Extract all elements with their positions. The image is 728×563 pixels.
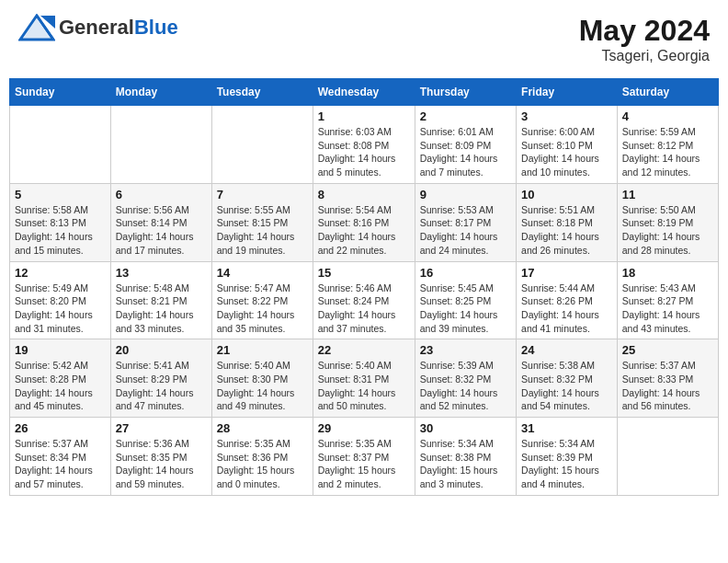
daylight-text: Daylight: 14 hours and 41 minutes.: [521, 309, 599, 334]
sunset-text: Sunset: 8:15 PM: [217, 217, 289, 228]
day-number: 20: [116, 343, 207, 357]
day-number: 9: [420, 188, 511, 201]
day-info: Sunrise: 5:55 AMSunset: 8:15 PMDaylight:…: [217, 203, 308, 258]
day-info: Sunrise: 5:54 AMSunset: 8:16 PMDaylight:…: [318, 203, 410, 258]
calendar-header-row: SundayMondayTuesdayWednesdayThursdayFrid…: [10, 79, 719, 106]
sunset-text: Sunset: 8:24 PM: [318, 295, 390, 306]
daylight-text: Daylight: 14 hours and 10 minutes.: [521, 153, 599, 178]
day-number: 12: [15, 266, 106, 280]
daylight-text: Daylight: 14 hours and 31 minutes.: [15, 309, 93, 334]
day-number: 29: [318, 421, 410, 435]
sunset-text: Sunset: 8:35 PM: [116, 452, 188, 463]
day-number: 23: [420, 343, 511, 357]
day-number: 4: [622, 109, 713, 123]
daylight-text: Daylight: 14 hours and 39 minutes.: [420, 309, 498, 334]
calendar-cell: 1Sunrise: 6:03 AMSunset: 8:08 PMDaylight…: [313, 106, 415, 184]
day-number: 15: [318, 266, 410, 280]
day-info: Sunrise: 5:37 AMSunset: 8:34 PMDaylight:…: [15, 437, 106, 491]
sunrise-text: Sunrise: 6:01 AM: [420, 126, 494, 137]
calendar-cell: 6Sunrise: 5:56 AMSunset: 8:14 PMDaylight…: [110, 183, 211, 261]
calendar-cell: 30Sunrise: 5:34 AMSunset: 8:38 PMDayligh…: [415, 418, 516, 496]
sunset-text: Sunset: 8:26 PM: [521, 295, 593, 306]
calendar-cell: 13Sunrise: 5:48 AMSunset: 8:21 PMDayligh…: [110, 261, 211, 339]
calendar-cell: 18Sunrise: 5:43 AMSunset: 8:27 PMDayligh…: [617, 261, 718, 339]
calendar-cell: [617, 418, 718, 496]
calendar-week-row: 5Sunrise: 5:58 AMSunset: 8:13 PMDaylight…: [10, 183, 719, 261]
day-of-week-header: Monday: [110, 79, 211, 106]
sunrise-text: Sunrise: 5:39 AM: [420, 360, 494, 371]
calendar-cell: 25Sunrise: 5:37 AMSunset: 8:33 PMDayligh…: [617, 339, 718, 418]
calendar-cell: 15Sunrise: 5:46 AMSunset: 8:24 PMDayligh…: [313, 261, 415, 339]
logo-icon: [18, 14, 55, 41]
daylight-text: Daylight: 14 hours and 56 minutes.: [622, 387, 700, 412]
day-info: Sunrise: 5:36 AMSunset: 8:35 PMDaylight:…: [116, 437, 207, 491]
sunset-text: Sunset: 8:39 PM: [521, 452, 593, 463]
logo-blue: Blue: [134, 16, 178, 39]
daylight-text: Daylight: 14 hours and 47 minutes.: [116, 387, 194, 412]
daylight-text: Daylight: 14 hours and 35 minutes.: [217, 309, 295, 334]
daylight-text: Daylight: 14 hours and 5 minutes.: [318, 153, 396, 178]
sunrise-text: Sunrise: 5:47 AM: [217, 282, 290, 293]
day-of-week-header: Friday: [517, 79, 618, 106]
daylight-text: Daylight: 14 hours and 45 minutes.: [15, 387, 93, 412]
calendar-cell: 20Sunrise: 5:41 AMSunset: 8:29 PMDayligh…: [110, 339, 211, 418]
daylight-text: Daylight: 14 hours and 50 minutes.: [318, 387, 396, 412]
calendar-cell: [10, 106, 111, 184]
calendar-cell: 19Sunrise: 5:42 AMSunset: 8:28 PMDayligh…: [10, 339, 111, 418]
sunrise-text: Sunrise: 5:35 AM: [217, 438, 290, 449]
day-info: Sunrise: 5:40 AMSunset: 8:30 PMDaylight:…: [217, 359, 308, 413]
day-info: Sunrise: 5:56 AMSunset: 8:14 PMDaylight:…: [116, 203, 207, 258]
sunrise-text: Sunrise: 5:40 AM: [318, 360, 392, 371]
sunset-text: Sunset: 8:19 PM: [622, 217, 694, 228]
sunset-text: Sunset: 8:34 PM: [15, 452, 86, 463]
day-info: Sunrise: 6:03 AMSunset: 8:08 PMDaylight:…: [318, 125, 410, 179]
sunset-text: Sunset: 8:20 PM: [15, 295, 86, 306]
sunset-text: Sunset: 8:31 PM: [318, 373, 390, 385]
day-info: Sunrise: 5:37 AMSunset: 8:33 PMDaylight:…: [622, 359, 713, 413]
daylight-text: Daylight: 14 hours and 54 minutes.: [521, 387, 599, 412]
calendar-cell: [110, 106, 211, 184]
sunrise-text: Sunrise: 5:46 AM: [318, 282, 392, 293]
daylight-text: Daylight: 14 hours and 57 minutes.: [15, 465, 93, 489]
sunset-text: Sunset: 8:38 PM: [420, 452, 492, 463]
daylight-text: Daylight: 15 hours and 0 minutes.: [217, 465, 295, 489]
sunset-text: Sunset: 8:12 PM: [622, 140, 694, 151]
day-info: Sunrise: 6:01 AMSunset: 8:09 PMDaylight:…: [420, 125, 511, 179]
day-number: 18: [622, 266, 713, 280]
calendar-cell: 26Sunrise: 5:37 AMSunset: 8:34 PMDayligh…: [10, 418, 111, 496]
sunrise-text: Sunrise: 5:34 AM: [521, 438, 595, 449]
day-info: Sunrise: 5:38 AMSunset: 8:32 PMDaylight:…: [521, 359, 612, 413]
sunset-text: Sunset: 8:32 PM: [420, 373, 492, 385]
sunrise-text: Sunrise: 6:03 AM: [318, 126, 392, 137]
day-number: 2: [420, 109, 511, 123]
sunrise-text: Sunrise: 5:54 AM: [318, 204, 392, 215]
sunset-text: Sunset: 8:28 PM: [15, 373, 86, 385]
sunrise-text: Sunrise: 5:40 AM: [217, 360, 290, 371]
day-info: Sunrise: 5:39 AMSunset: 8:32 PMDaylight:…: [420, 359, 511, 413]
daylight-text: Daylight: 14 hours and 59 minutes.: [116, 465, 194, 489]
daylight-text: Daylight: 14 hours and 22 minutes.: [318, 231, 396, 256]
calendar-cell: 28Sunrise: 5:35 AMSunset: 8:36 PMDayligh…: [211, 418, 313, 496]
day-info: Sunrise: 5:43 AMSunset: 8:27 PMDaylight:…: [622, 282, 713, 336]
day-info: Sunrise: 5:58 AMSunset: 8:13 PMDaylight:…: [15, 203, 106, 258]
sunset-text: Sunset: 8:09 PM: [420, 140, 492, 151]
daylight-text: Daylight: 14 hours and 7 minutes.: [420, 153, 498, 178]
day-info: Sunrise: 5:53 AMSunset: 8:17 PMDaylight:…: [420, 203, 511, 258]
day-info: Sunrise: 5:40 AMSunset: 8:31 PMDaylight:…: [318, 359, 410, 413]
day-number: 5: [15, 188, 106, 201]
day-number: 11: [622, 188, 713, 201]
sunset-text: Sunset: 8:33 PM: [622, 373, 694, 385]
calendar-cell: 23Sunrise: 5:39 AMSunset: 8:32 PMDayligh…: [415, 339, 516, 418]
calendar-week-row: 1Sunrise: 6:03 AMSunset: 8:08 PMDaylight…: [10, 106, 719, 184]
logo: GeneralBlue: [18, 14, 178, 41]
sunset-text: Sunset: 8:30 PM: [217, 373, 289, 385]
day-number: 22: [318, 343, 410, 357]
title-section: May 2024 Tsageri, Georgia: [579, 14, 710, 64]
location: Tsageri, Georgia: [579, 48, 710, 64]
sunrise-text: Sunrise: 5:49 AM: [15, 282, 88, 293]
day-number: 16: [420, 266, 511, 280]
sunset-text: Sunset: 8:08 PM: [318, 140, 390, 151]
day-number: 13: [116, 266, 207, 280]
sunrise-text: Sunrise: 5:45 AM: [420, 282, 494, 293]
day-number: 10: [521, 188, 612, 201]
